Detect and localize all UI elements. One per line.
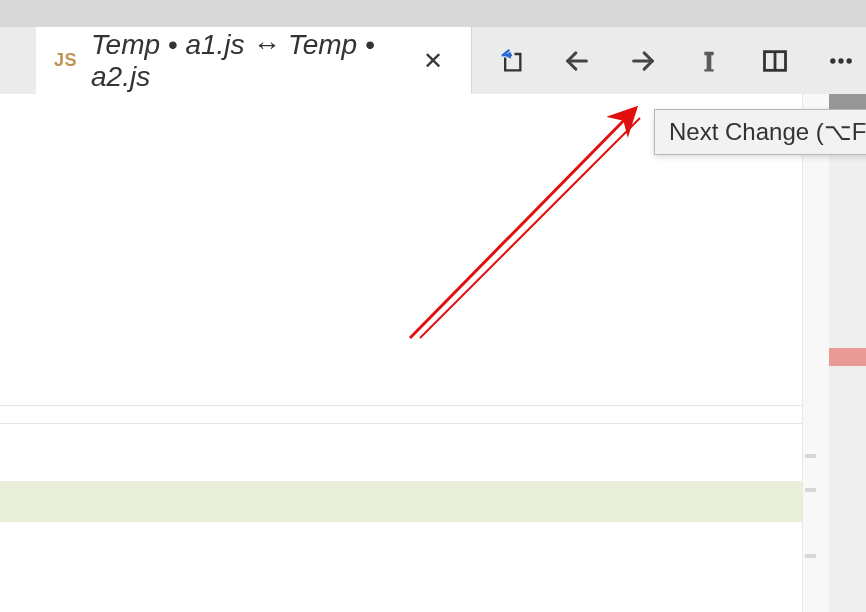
window-chrome-strip xyxy=(0,0,866,27)
tab-bar: JS Temp • a1.js ↔ Temp • a2.js ✕ xyxy=(0,27,866,94)
overview-ruler[interactable] xyxy=(829,94,866,612)
editor-tab-diff[interactable]: JS Temp • a1.js ↔ Temp • a2.js ✕ xyxy=(36,27,471,94)
svg-point-7 xyxy=(846,58,851,63)
toggle-whitespace-button[interactable] xyxy=(694,46,724,76)
close-icon[interactable]: ✕ xyxy=(417,41,449,81)
js-file-icon: JS xyxy=(54,50,77,71)
previous-change-button[interactable] xyxy=(562,46,592,76)
more-actions-button[interactable] xyxy=(826,46,856,76)
diff-added-line xyxy=(0,481,803,522)
minimap[interactable] xyxy=(802,94,829,612)
tab-title: Temp • a1.js ↔ Temp • a2.js xyxy=(91,29,403,93)
minimap-mark xyxy=(805,454,816,458)
tooltip-next-change: Next Change (⌥F5) xyxy=(654,109,866,155)
svg-point-6 xyxy=(838,58,843,63)
editor-rule xyxy=(0,405,803,406)
overview-diff-marker xyxy=(829,348,866,366)
next-change-button[interactable] xyxy=(628,46,658,76)
diff-editor-pane[interactable] xyxy=(0,94,866,612)
svg-point-5 xyxy=(830,58,835,63)
open-changes-button[interactable] xyxy=(496,46,526,76)
minimap-mark xyxy=(805,554,816,558)
editor-toolbar xyxy=(471,27,866,94)
editor-rule xyxy=(0,423,803,424)
toggle-layout-button[interactable] xyxy=(760,46,790,76)
minimap-mark xyxy=(805,488,816,492)
